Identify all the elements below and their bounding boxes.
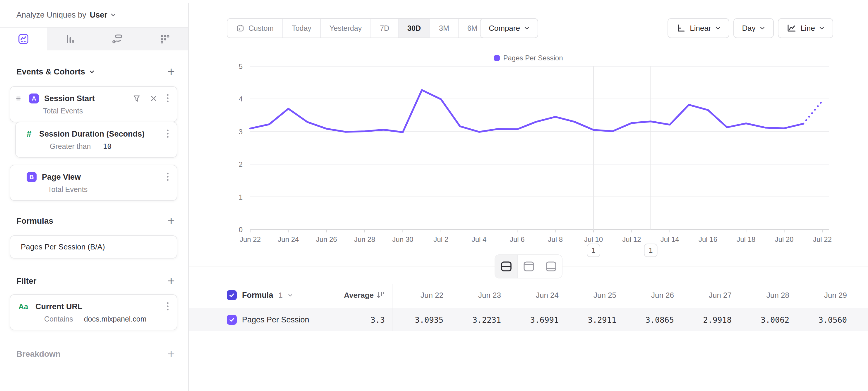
average-column-header[interactable]: Average	[344, 291, 374, 300]
table-cell-value: 3.2231	[447, 315, 504, 325]
event-card-b[interactable]: B Page View Total Events	[10, 165, 177, 201]
layout-chart-only-button[interactable]	[518, 255, 540, 278]
filter-value[interactable]: 10	[103, 142, 112, 151]
average-value: 3.3	[371, 315, 385, 325]
table-cell-value: 3.0560	[793, 315, 850, 325]
sort-descending-icon[interactable]	[376, 291, 385, 300]
event-aggregation[interactable]: Total Events	[10, 104, 177, 122]
formulas-section-title: Formulas	[17, 216, 53, 226]
table-cell-value: 3.6991	[504, 315, 562, 325]
check-icon	[228, 316, 235, 323]
remove-event-icon[interactable]	[150, 95, 157, 102]
filter-operator[interactable]: Contains	[44, 315, 73, 323]
events-section-title[interactable]: Events & Cohorts	[17, 67, 95, 77]
formula-index: 1	[279, 291, 283, 300]
x-tick-label: Jun 30	[392, 235, 413, 243]
range-today-button[interactable]: Today	[282, 19, 320, 37]
kebab-menu-icon[interactable]	[166, 93, 169, 104]
column-header-jun-22[interactable]: Jun 22	[392, 291, 447, 300]
annotation-badge-label: 1	[591, 246, 595, 254]
column-header-jun-29[interactable]: Jun 29	[793, 291, 850, 300]
filter-property-name[interactable]: Current URL	[35, 302, 161, 311]
formula-column-header[interactable]: Formula	[242, 291, 273, 300]
line-chart-icon	[787, 24, 797, 33]
filter-value[interactable]: docs.mixpanel.com	[84, 315, 147, 323]
x-tick-label: Jul 8	[548, 235, 563, 243]
range-30d-button[interactable]: 30D	[398, 19, 430, 37]
series-line[interactable]	[250, 90, 803, 132]
column-header-jun-26[interactable]: Jun 26	[620, 291, 678, 300]
table-cell-value: 3.0935	[392, 315, 447, 325]
flows-icon	[112, 33, 123, 45]
property-filter-card[interactable]: # Session Duration (Seconds) Greater tha…	[15, 122, 177, 158]
results-table: Formula 1 Average Jun 22Jun 23Jun 24Jun …	[189, 282, 868, 331]
granularity-dropdown[interactable]: Day	[733, 18, 774, 38]
add-breakdown-button[interactable]: +	[166, 348, 177, 360]
kebab-menu-icon[interactable]	[166, 172, 169, 182]
x-tick-label: Jun 22	[240, 235, 261, 243]
kebab-menu-icon[interactable]	[166, 129, 169, 139]
column-header-jun-24[interactable]: Jun 24	[504, 291, 562, 300]
filter-card[interactable]: Aa Current URL Contains docs.mixpanel.co…	[10, 294, 177, 330]
x-tick-label: Jul 4	[472, 235, 487, 243]
tab-insights[interactable]	[0, 28, 47, 50]
column-header-jun-27[interactable]: Jun 27	[678, 291, 735, 300]
line-chart-icon	[18, 33, 29, 45]
legend-swatch	[494, 55, 500, 61]
select-all-checkbox[interactable]	[227, 290, 237, 300]
series-checkbox[interactable]	[227, 315, 237, 325]
formula-card[interactable]: Pages Per Session (B/A)	[10, 235, 177, 258]
chevron-down-icon[interactable]	[288, 294, 293, 297]
numeric-property-icon: #	[24, 129, 34, 139]
column-header-jun-28[interactable]: Jun 28	[735, 291, 793, 300]
tab-funnels[interactable]	[47, 28, 94, 50]
split-view-icon	[500, 261, 513, 272]
x-tick-label: Jul 2	[433, 235, 448, 243]
analyze-entity-value: User	[90, 10, 107, 20]
analyze-entity-dropdown[interactable]: User	[90, 10, 116, 20]
event-name[interactable]: Session Start	[44, 94, 127, 103]
drag-handle-icon[interactable]	[16, 95, 22, 102]
chart-legend[interactable]: Pages Per Session	[494, 54, 563, 62]
report-type-tabbar	[0, 28, 188, 50]
property-name[interactable]: Session Duration (Seconds)	[39, 130, 161, 139]
series-name: Pages Per Session	[242, 315, 309, 325]
range-7d-button[interactable]: 7D	[371, 19, 398, 37]
kebab-menu-icon[interactable]	[166, 301, 169, 312]
event-name[interactable]: Page View	[42, 173, 161, 182]
scale-dropdown[interactable]: Linear	[668, 18, 729, 38]
table-cell-value: 3.0062	[735, 315, 793, 325]
add-filter-button[interactable]: +	[166, 275, 177, 287]
column-header-jun-23[interactable]: Jun 23	[447, 291, 504, 300]
event-letter-badge: A	[29, 93, 39, 104]
filter-section-header: Filter +	[0, 275, 188, 287]
chart-canvas[interactable]: 012345Jun 22Jun 24Jun 26Jun 28Jun 30Jul …	[189, 50, 868, 267]
layout-split-button[interactable]	[495, 255, 518, 278]
add-event-button[interactable]: +	[166, 66, 177, 78]
filter-operator[interactable]: Greater than	[50, 142, 91, 150]
breakdown-section-title: Breakdown	[17, 350, 61, 359]
layout-table-only-button[interactable]	[540, 255, 562, 278]
tab-retention[interactable]	[141, 28, 188, 50]
x-tick-label: Jul 6	[510, 235, 525, 243]
chart-type-dropdown[interactable]: Line	[778, 18, 833, 38]
compare-button[interactable]: Compare	[480, 18, 538, 38]
filter-funnel-icon[interactable]	[132, 94, 141, 103]
table-row[interactable]: Pages Per Session 3.3 3.09353.22313.6991…	[189, 308, 868, 331]
chart-table-divider	[189, 266, 868, 267]
range-custom-button[interactable]: Custom	[227, 19, 282, 37]
x-tick-label: Jul 16	[699, 235, 717, 243]
table-column-divider	[392, 284, 393, 331]
retention-dots-icon	[159, 33, 170, 45]
event-card-a[interactable]: A Session Start Total Events	[10, 86, 177, 122]
x-tick-label: Jul 14	[660, 235, 679, 243]
event-aggregation[interactable]: Total Events	[10, 182, 177, 200]
column-header-jun-25[interactable]: Jun 25	[562, 291, 620, 300]
x-tick-label: Jun 24	[278, 235, 299, 243]
add-formula-button[interactable]: +	[166, 215, 177, 227]
x-tick-label: Jul 22	[813, 235, 832, 243]
tab-flows[interactable]	[94, 28, 142, 50]
calendar-icon	[236, 24, 244, 32]
range-yesterday-button[interactable]: Yesterday	[320, 19, 371, 37]
range-3m-button[interactable]: 3M	[430, 19, 458, 37]
